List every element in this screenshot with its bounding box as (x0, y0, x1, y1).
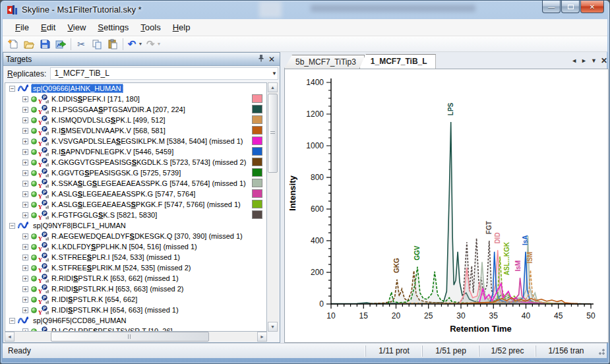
expand-icon[interactable]: + (22, 96, 28, 102)
expand-icon[interactable]: + (22, 160, 28, 166)
peptide-row[interactable]: +PYK.FGTFGGLGSK.S [5821, 5830] (5, 210, 266, 220)
expand-icon[interactable]: + (22, 128, 28, 134)
scrollbar-thumb[interactable] (268, 94, 278, 173)
protein-name[interactable]: sp|Q09666|AHNK_HUMAN (31, 84, 123, 93)
pin-icon[interactable] (256, 54, 266, 64)
collapse-icon[interactable]: − (9, 223, 15, 229)
expand-icon[interactable]: + (22, 286, 28, 292)
expand-icon[interactable]: + (22, 255, 28, 260)
peptide-row[interactable]: +PYR.RIDISPSTLR.K [653, 662] (missed 1) (5, 273, 266, 284)
peptide-row[interactable]: +PYK.SSKASLGSLEGEAEAEASSPK.G [5744, 5764… (5, 178, 266, 189)
expand-icon[interactable]: + (22, 191, 28, 197)
paste-button[interactable] (105, 37, 121, 51)
cut-button[interactable]: ✂ (73, 37, 89, 51)
svg-text:P: P (43, 158, 46, 163)
peptide-row[interactable]: +PYK.VSVGAPDLSLEASEGSIKLPK.M [5384, 5404… (5, 136, 266, 146)
minimize-button[interactable]: — (542, 1, 561, 13)
expand-icon[interactable]: + (22, 307, 28, 313)
peptide-sequence: K.STFREESPLRIK.M [524, 535] (missed 2) (51, 264, 191, 272)
replicates-combobox[interactable]: 1_MCF7_TiB_L (50, 67, 278, 80)
expand-icon[interactable]: + (22, 265, 28, 271)
peptide-dot-icon (31, 307, 37, 313)
copy-button[interactable] (89, 37, 105, 51)
peptide-row[interactable]: +PYK.LKDLFDYSPPLHK.N [504, 516] (missed … (5, 241, 266, 252)
peptide-row[interactable]: +PYR.AEGEWEDQEALDYFSDKESGK.Q [370, 390] … (5, 231, 266, 241)
title-bar[interactable]: Skyline - Ms1FilterTutorial.sky * — ✕ (1, 1, 609, 19)
open-file-button[interactable] (21, 37, 37, 51)
new-document-button[interactable] (5, 37, 21, 51)
targets-tree[interactable]: −sp|Q09666|AHNK_HUMAN+PYK.DIDISSPEFK.I [… (5, 82, 267, 332)
peptide-row[interactable]: +PYK.GGVTGSPEASISGSK.G [5725, 5739] (5, 167, 266, 178)
undo-button[interactable]: ↶ (125, 37, 138, 51)
svg-text:Y: Y (38, 214, 43, 220)
collapse-icon[interactable]: − (9, 318, 15, 324)
collapse-icon[interactable]: − (9, 86, 15, 92)
protein-row[interactable]: −sp|Q9NYF8|BCLF1_HUMAN (5, 220, 266, 231)
protein-name[interactable]: sp|Q9NYF8|BCLF1_HUMAN (31, 221, 128, 230)
menu-help[interactable]: Help (167, 20, 197, 35)
tab-close-icon[interactable]: ✕ (601, 56, 607, 65)
tab-1_MCF7_TiB_L[interactable]: 1_MCF7_TiB_L (359, 54, 436, 69)
peptide-row[interactable]: +PYK.ASLGSLEGEAEAEASSPK.G [5747, 5764] (5, 189, 266, 199)
tab-scroll-left-icon[interactable]: ◄ (571, 57, 577, 64)
expand-icon[interactable]: + (22, 244, 28, 250)
scroll-right-arrow[interactable]: ► (257, 332, 267, 342)
scroll-up-arrow[interactable]: ▲ (268, 82, 278, 92)
expand-icon[interactable]: + (22, 297, 28, 303)
tab-5b_MCF7_TiTip3[interactable]: 5b_MCF7_TiTip3 (284, 55, 365, 69)
tree-vertical-scrollbar[interactable]: ▲ ▼ (268, 82, 279, 332)
chromatogram-chart[interactable]: 0200400600800100012001400101520253035404… (284, 69, 609, 343)
scroll-down-arrow[interactable]: ▼ (268, 322, 278, 332)
scroll-left-arrow[interactable]: ◄ (5, 332, 15, 342)
expand-icon[interactable]: + (22, 202, 28, 208)
expand-icon[interactable]: + (22, 170, 28, 176)
menu-tools[interactable]: Tools (135, 20, 166, 35)
expand-icon[interactable]: + (22, 117, 28, 123)
maximize-button[interactable] (561, 1, 580, 13)
expand-icon[interactable]: + (22, 107, 28, 113)
tab-scroll-right-icon[interactable]: ► (581, 57, 587, 64)
expand-icon[interactable]: + (22, 181, 28, 187)
tab-menu-icon[interactable]: ▼ (591, 57, 597, 64)
peptide-row[interactable]: +PYR.IDISPSTLR.K [654, 662] (5, 294, 266, 305)
peptide-row[interactable]: +PYR.LPSGSGAASPTGSAVDIR.A [207, 224] (5, 104, 266, 115)
close-panel-icon[interactable]: ✕ (266, 55, 277, 64)
expand-icon[interactable]: + (22, 212, 28, 218)
scrollbar-thumb[interactable] (51, 332, 209, 342)
peptide-row[interactable]: +PYR.LGGLRPESPESLTSVSR.T [10, 26] (5, 326, 266, 332)
close-button[interactable]: ✕ (580, 1, 604, 13)
peptide-row[interactable]: +PYK.DIDISSPEFK.I [171, 180] (5, 94, 266, 104)
svg-text:Y: Y (38, 183, 43, 189)
expand-icon[interactable]: + (22, 233, 28, 239)
save-file-button[interactable] (37, 37, 53, 51)
replicates-label: Replicates: (5, 69, 50, 78)
undo-dropdown-arrow[interactable]: ▼ (137, 42, 144, 46)
peptide-row[interactable]: +PYK.GKGGVTGSPEASISGSKGDLK.S [5723, 5743… (5, 157, 266, 167)
protein-name[interactable]: sp|Q9H6F5|CCD86_HUMAN (31, 316, 128, 325)
targets-panel-header[interactable]: Targets ✕ (3, 53, 280, 66)
menu-view[interactable]: View (61, 20, 92, 35)
menu-file[interactable]: File (9, 20, 35, 35)
peptide-row[interactable]: +PYR.ISAPNVDFNLEGPK.V [5446, 5459] (5, 146, 266, 157)
menu-edit[interactable]: Edit (35, 20, 61, 35)
peptide-row[interactable]: +PYK.ISMQDVDLSLGSPK.L [499, 512] (5, 115, 266, 125)
redo-dropdown-arrow[interactable]: ▼ (156, 42, 162, 46)
menu-settings[interactable]: Settings (92, 20, 135, 35)
peptide-row[interactable]: +PYK.STFREESPLRIK.M [524, 535] (missed 2… (5, 262, 266, 273)
chevron-down-icon[interactable]: ▼ (272, 71, 277, 76)
expand-icon[interactable]: + (22, 276, 28, 282)
expand-icon[interactable]: + (22, 138, 28, 144)
peptide-row[interactable]: +PYK.ASLGSLEGEAEAEASSPKGK.F [5747, 5766]… (5, 199, 266, 210)
protein-row[interactable]: −sp|Q09666|AHNK_HUMAN (5, 83, 266, 94)
peptide-row[interactable]: +PYR.ISMSEVDLNVAAPK.V [568, 581] (5, 125, 266, 136)
peptide-row[interactable]: +PYR.RIDISPSTLRK.H [653, 663] (missed 2) (5, 284, 266, 294)
svg-text:P: P (43, 295, 46, 300)
import-results-button[interactable] (53, 37, 69, 51)
tree-horizontal-scrollbar[interactable]: ◄ ► (5, 332, 267, 342)
resize-grip[interactable] (596, 346, 605, 355)
redo-button[interactable]: ↶ (144, 37, 157, 51)
peptide-row[interactable]: +PYR.IDISPSTLRK.H [654, 663] (missed 1) (5, 305, 266, 315)
protein-row[interactable]: −sp|Q9H6F5|CCD86_HUMAN (5, 315, 266, 326)
expand-icon[interactable]: + (22, 149, 28, 155)
peptide-row[interactable]: +PYK.STFREESPLR.I [524, 533] (missed 1) (5, 252, 266, 262)
